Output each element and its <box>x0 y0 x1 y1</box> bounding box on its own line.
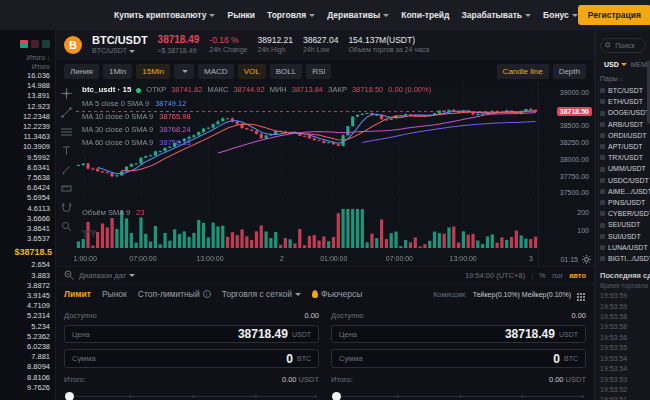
ask-row[interactable]: 12.2348 <box>0 112 55 122</box>
sell-amount-slider[interactable] <box>333 392 584 400</box>
nav-item[interactable]: Копи-трейд <box>401 10 449 20</box>
pair-selector[interactable]: BTC/USDT <box>92 47 148 56</box>
toolbar-chip[interactable]: BOLL <box>270 64 302 79</box>
measure-tool-icon[interactable] <box>61 183 72 194</box>
pair-item[interactable]: PINS/USDT <box>596 197 650 208</box>
slider-handle[interactable] <box>332 392 341 400</box>
bid-row[interactable]: 8.8106 <box>0 373 55 383</box>
nav-item[interactable]: Деривативы <box>327 10 389 20</box>
bid-row[interactable]: 5.2362 <box>0 332 55 342</box>
bid-row[interactable]: 2.654 <box>0 260 55 270</box>
pair-item[interactable]: ETH/USDT <box>596 96 650 107</box>
bid-row[interactable]: 7.881 <box>0 352 55 362</box>
orderbook-last-price[interactable]: $38718.5 <box>0 244 55 260</box>
toolbar-chip[interactable]: Линия <box>64 64 99 79</box>
auto-scale-button[interactable]: авто <box>569 271 586 280</box>
tab-mem[interactable]: MEM <box>631 61 647 68</box>
pair-item[interactable]: BIGTI.../USDT <box>596 253 650 264</box>
pair-item[interactable]: SUI/USDT <box>596 231 650 242</box>
ask-row[interactable]: 12.2239 <box>0 122 55 132</box>
log-scale-button[interactable]: лог <box>552 271 563 280</box>
nav-item[interactable]: Купить криптовалюту <box>114 10 215 20</box>
orderbook-asks-view-icon[interactable] <box>31 40 39 48</box>
pair-item[interactable]: ARB/USDT <box>596 119 650 130</box>
toolbar-chip[interactable]: VOL <box>238 64 266 79</box>
ask-row[interactable]: 9.5992 <box>0 153 55 163</box>
bid-row[interactable]: 3.8872 <box>0 281 55 291</box>
magnet-tool-icon[interactable] <box>61 202 72 213</box>
date-range-dropdown[interactable]: Диапазон дат <box>79 271 135 280</box>
zoom-tool-icon[interactable] <box>61 221 72 232</box>
pair-item[interactable]: TRX/USDT <box>596 152 650 163</box>
pair-item[interactable]: USDC/USDT <box>596 175 650 186</box>
toolbar-chip[interactable] <box>174 64 194 79</box>
ask-row[interactable]: 11.3463 <box>0 132 55 142</box>
candle-line-button[interactable]: Candle line <box>497 64 549 79</box>
pair-item[interactable]: DOGE/USDT <box>596 107 650 118</box>
ask-row[interactable]: 6.6424 <box>0 183 55 193</box>
channel-tool-icon[interactable] <box>61 126 72 137</box>
orderbook-sort-header[interactable]: Итого ↕ <box>0 53 55 62</box>
register-button[interactable]: Регистрация <box>578 5 650 25</box>
buy-amount-slider[interactable] <box>66 392 317 400</box>
pair-item[interactable]: LUNA/USDT <box>596 242 650 253</box>
ask-row[interactable]: 3.6537 <box>0 234 55 244</box>
ask-row[interactable]: 13.891 <box>0 91 55 101</box>
buy-price-input[interactable]: Цена 38718.49 USDT <box>64 325 319 343</box>
sell-price-input[interactable]: Цена 38718.49 USDT <box>331 325 586 343</box>
nav-item[interactable]: Зарабатывать <box>461 10 531 20</box>
pair-item[interactable]: AIME.../USDT <box>596 186 650 197</box>
pairs-sort-header[interactable]: Пары ↕ <box>596 74 650 85</box>
bid-row[interactable]: 8.8094 <box>0 362 55 372</box>
bid-row[interactable]: 5.234 <box>0 322 55 332</box>
ask-row[interactable]: 14.988 <box>0 81 55 91</box>
toolbar-chip[interactable]: MACD <box>198 64 234 79</box>
order-type-tab[interactable]: Рынок <box>102 289 127 299</box>
bid-row[interactable]: 5.2314 <box>0 311 55 321</box>
order-type-tab[interactable]: Стоп-лимитныйi <box>138 289 211 299</box>
toolbar-chip[interactable]: RSI <box>306 64 331 79</box>
bid-row[interactable]: 9.7626 <box>0 383 55 393</box>
orderbook-both-view-icon[interactable] <box>20 40 28 48</box>
ask-row[interactable]: 12.923 <box>0 102 55 112</box>
percent-scale-button[interactable]: % <box>539 271 546 280</box>
pair-item[interactable]: APT/USDT <box>596 141 650 152</box>
nav-item[interactable]: Рынки <box>227 10 255 20</box>
toolbar-chip[interactable]: 15Min <box>136 64 170 79</box>
ask-row[interactable]: 16.036 <box>0 71 55 81</box>
ask-row[interactable]: 10.3909 <box>0 142 55 152</box>
tab-usd[interactable]: USD <box>604 60 627 69</box>
orderbook-bids-view-icon[interactable] <box>42 40 50 48</box>
bid-row[interactable]: 3.9145 <box>0 291 55 301</box>
pair-item[interactable]: UMM/USDT <box>596 163 650 174</box>
pair-item[interactable]: ORDI/USDT <box>596 130 650 141</box>
pencil-tool-icon[interactable] <box>61 164 72 175</box>
bid-row[interactable]: 4.7109 <box>0 301 55 311</box>
layout-grid-icon[interactable] <box>577 293 579 295</box>
order-type-tab[interactable]: Торговля с сеткой <box>222 289 301 299</box>
ask-row[interactable]: 5.6954 <box>0 193 55 203</box>
ask-row[interactable]: 3.6666 <box>0 214 55 224</box>
slider-handle[interactable] <box>65 392 74 400</box>
pair-item[interactable]: SEI/USDT <box>596 219 650 230</box>
order-type-tab[interactable]: Фьючерсы <box>312 289 362 299</box>
text-tool-icon[interactable] <box>61 145 72 156</box>
depth-button[interactable]: Depth <box>553 64 586 79</box>
nav-item[interactable]: Торговля <box>267 10 315 20</box>
pair-search[interactable] <box>600 38 646 53</box>
sell-amount-input[interactable]: Сумма 0 BTC <box>331 349 586 367</box>
nav-item[interactable]: Бонус <box>543 10 578 20</box>
ask-row[interactable]: 7.5638 <box>0 173 55 183</box>
bid-row[interactable]: 3.883 <box>0 271 55 281</box>
order-type-tab[interactable]: Лимит <box>64 289 91 299</box>
bid-row[interactable]: 6.0238 <box>0 342 55 352</box>
trendline-tool-icon[interactable] <box>61 107 72 118</box>
pair-item[interactable]: CYBER/USDT <box>596 208 650 219</box>
toolbar-chip[interactable]: 1Min <box>103 64 132 79</box>
pair-item[interactable]: BTC/USDT <box>596 85 650 96</box>
zoom-in-icon[interactable] <box>64 270 74 280</box>
ask-row[interactable]: 8.6341 <box>0 163 55 173</box>
ask-row[interactable]: 3.8641 <box>0 224 55 234</box>
ask-row[interactable]: 4.6113 <box>0 204 55 214</box>
crosshair-tool-icon[interactable] <box>61 88 72 99</box>
